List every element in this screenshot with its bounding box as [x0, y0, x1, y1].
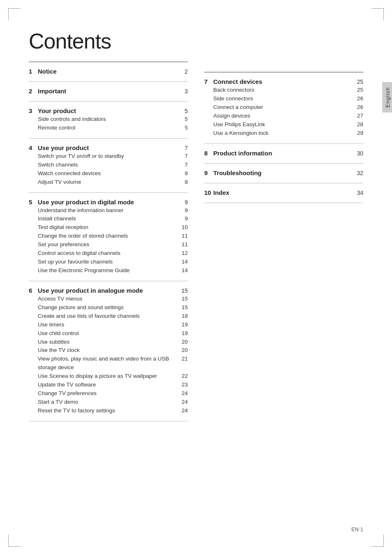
- toc-sub-row-7-3: Assign devices27: [204, 112, 363, 120]
- toc-num-7: 7: [204, 78, 213, 85]
- toc-sub-page-6-8: 22: [178, 372, 188, 381]
- toc-title-7: Connect devices: [213, 78, 353, 85]
- toc-section-10: 10Index34: [204, 183, 363, 203]
- toc-main-row-2: 2Important3: [29, 88, 188, 95]
- toc-section-6: 6Use your product in analogue mode15Acce…: [29, 281, 188, 421]
- toc-sub-page-5-2: 10: [178, 223, 188, 232]
- toc-sub-row-5-7: Use the Electronic Programme Guide14: [29, 266, 188, 275]
- toc-title-9: Troubleshooting: [213, 169, 353, 176]
- toc-sub-page-4-2: 8: [178, 169, 188, 178]
- toc-sub-title-7-3: Assign devices: [213, 112, 353, 120]
- toc-sub-page-6-0: 15: [178, 295, 188, 303]
- toc-section-3: 3Your product5Side controls and indicato…: [29, 102, 188, 139]
- toc-sub-row-5-3: Change the order of stored channels11: [29, 232, 188, 240]
- toc-sub-title-4-0: Switch your TV on/off or to standby: [38, 152, 178, 161]
- toc-sub-page-6-11: 24: [178, 398, 188, 407]
- toc-sub-row-6-9: Update the TV software23: [29, 381, 188, 389]
- toc-sub-title-5-2: Test digital reception: [38, 223, 178, 232]
- toc-sub-row-6-0: Access TV menus15: [29, 295, 188, 303]
- toc-sub-page-6-12: 24: [178, 407, 188, 415]
- toc-sub-title-5-5: Control access to digital channels: [38, 249, 178, 258]
- toc-sub-row-6-5: Use subtitles20: [29, 338, 188, 347]
- corner-mark-br: [371, 534, 384, 547]
- toc-sub-page-5-3: 11: [178, 232, 188, 240]
- toc-sub-title-6-11: Start a TV demo: [38, 398, 178, 407]
- toc-sub-row-6-11: Start a TV demo24: [29, 398, 188, 407]
- toc-sub-page-7-2: 26: [353, 103, 363, 112]
- toc-sub-page-7-0: 25: [353, 86, 363, 95]
- toc-sub-row-7-5: Use a Kensington lock29: [204, 129, 363, 138]
- toc-sub-row-5-2: Test digital reception10: [29, 223, 188, 232]
- toc-sub-page-5-4: 11: [178, 240, 188, 249]
- bottom-bar: EN 1: [351, 526, 363, 532]
- toc-sub-row-6-3: Use timers19: [29, 321, 188, 329]
- toc-sub-row-6-12: Reset the TV to factory settings24: [29, 407, 188, 415]
- toc-title-4: Use your product: [38, 144, 178, 151]
- toc-section-5: 5Use your product in digital mode9Unders…: [29, 193, 188, 281]
- toc-num-9: 9: [204, 169, 213, 176]
- toc-sub-row-7-0: Back connectors25: [204, 86, 363, 95]
- toc-sub-title-4-2: Watch connected devices: [38, 169, 178, 178]
- toc-sub-page-6-2: 18: [178, 312, 188, 321]
- toc-title-10: Index: [213, 189, 353, 196]
- toc-main-row-8: 8Product information30: [204, 150, 363, 157]
- toc-title-2: Important: [38, 88, 178, 95]
- toc-sub-title-7-0: Back connectors: [213, 86, 353, 95]
- toc-main-row-1: 1Notice2: [29, 68, 188, 75]
- page: English EN 1 Contents 1Notice22Important…: [0, 0, 392, 555]
- toc-main-row-3: 3Your product5: [29, 107, 188, 114]
- corner-mark-tl: [8, 8, 21, 21]
- toc-sub-page-3-1: 5: [178, 124, 188, 132]
- toc-sub-title-7-2: Connect a computer: [213, 103, 353, 112]
- toc-sub-page-5-7: 14: [178, 266, 188, 275]
- toc-section-8: 8Product information30: [204, 144, 363, 164]
- toc-title-6: Use your product in analogue mode: [38, 287, 178, 294]
- toc-sub-page-7-3: 27: [353, 112, 363, 120]
- toc-sub-row-6-8: Use Scenea to display a picture as TV wa…: [29, 372, 188, 381]
- toc-sub-row-3-0: Side controls and indicators5: [29, 115, 188, 124]
- toc-sub-page-6-6: 20: [178, 346, 188, 355]
- toc-section-1: 1Notice2: [29, 62, 188, 82]
- toc-sub-page-5-1: 9: [178, 215, 188, 223]
- toc-sub-page-7-4: 28: [353, 120, 363, 129]
- toc-sub-page-7-1: 26: [353, 95, 363, 103]
- toc-main-row-10: 10Index34: [204, 189, 363, 196]
- corner-mark-bl: [8, 534, 21, 547]
- toc-sub-page-6-1: 15: [178, 303, 188, 312]
- toc-sub-title-6-2: Create and use lists of favourite channe…: [38, 312, 178, 321]
- toc-sub-title-6-0: Access TV menus: [38, 295, 178, 303]
- toc-sub-row-4-0: Switch your TV on/off or to standby7: [29, 152, 188, 161]
- toc-page-10: 34: [353, 190, 363, 196]
- toc-section-4: 4Use your product7Switch your TV on/off …: [29, 139, 188, 193]
- toc-sub-row-4-3: Adjust TV volume8: [29, 178, 188, 187]
- toc-page-8: 30: [353, 150, 363, 157]
- toc-title-8: Product information: [213, 150, 353, 157]
- toc-sub-row-5-6: Set up your favourite channels14: [29, 258, 188, 266]
- toc-main-row-6: 6Use your product in analogue mode15: [29, 287, 188, 294]
- toc-sub-row-6-2: Create and use lists of favourite channe…: [29, 312, 188, 321]
- toc-sub-page-5-6: 14: [178, 258, 188, 266]
- toc-page-7: 25: [353, 79, 363, 85]
- toc-sub-title-6-8: Use Scenea to display a picture as TV wa…: [38, 372, 178, 381]
- toc-sub-page-6-3: 19: [178, 321, 188, 329]
- toc-page-1: 2: [178, 68, 188, 75]
- toc-title-3: Your product: [38, 107, 178, 114]
- toc-sub-title-4-1: Switch channels: [38, 161, 178, 169]
- toc-page-6: 15: [178, 287, 188, 294]
- toc-sub-row-5-5: Control access to digital channels12: [29, 249, 188, 258]
- toc-sub-title-5-7: Use the Electronic Programme Guide: [38, 266, 178, 275]
- toc-sub-title-4-3: Adjust TV volume: [38, 178, 178, 187]
- toc-sub-page-6-10: 24: [178, 389, 188, 398]
- toc-main-row-9: 9Troubleshooting32: [204, 169, 363, 176]
- toc-sub-page-4-0: 7: [178, 152, 188, 161]
- toc-section-7: 7Connect devices25Back connectors25Side …: [204, 72, 363, 144]
- toc-page-3: 5: [178, 108, 188, 114]
- left-column: Contents 1Notice22Important33Your produc…: [29, 25, 188, 530]
- toc-section-2: 2Important3: [29, 82, 188, 102]
- toc-sub-row-6-6: Use the TV clock20: [29, 346, 188, 355]
- toc-sub-title-6-12: Reset the TV to factory settings: [38, 407, 178, 415]
- toc-sub-page-4-1: 7: [178, 161, 188, 169]
- toc-page-2: 3: [178, 88, 188, 95]
- toc-num-1: 1: [29, 68, 38, 75]
- toc-title-5: Use your product in digital mode: [38, 199, 178, 206]
